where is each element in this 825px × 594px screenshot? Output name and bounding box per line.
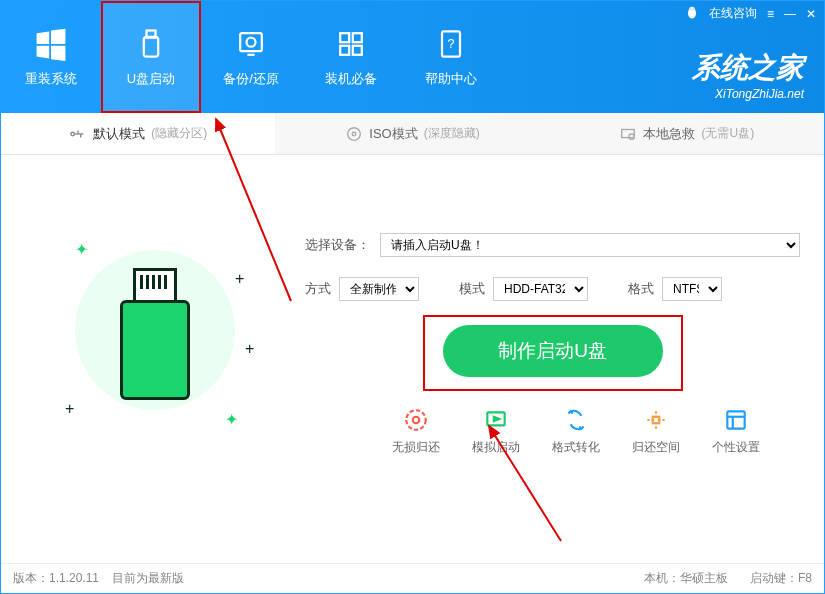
nav-reinstall[interactable]: 重装系统 — [1, 1, 101, 113]
close-icon[interactable]: ✕ — [806, 7, 816, 21]
device-select[interactable]: 请插入启动U盘！ — [380, 233, 800, 257]
windows-icon — [33, 26, 69, 62]
tool-label: 模拟启动 — [472, 439, 520, 456]
tools-row: 无损归还 模拟启动 格式转化 归还空间 个性设置 — [305, 377, 800, 456]
method-select[interactable]: 全新制作 — [339, 277, 419, 301]
svg-point-20 — [352, 132, 356, 136]
app-window: 重装系统 U盘启动 备份/还原 装机必备 ? 帮助中心 — [0, 0, 825, 594]
device-row: 选择设备： 请插入启动U盘！ — [305, 233, 800, 257]
tool-simulate[interactable]: 模拟启动 — [472, 407, 520, 456]
rescue-icon — [619, 125, 637, 143]
nav-help[interactable]: ? 帮助中心 — [401, 1, 501, 113]
tab-hint: (隐藏分区) — [151, 125, 207, 142]
svg-rect-27 — [727, 411, 744, 428]
usb-illustration: ✦ + + + ✦ — [55, 210, 255, 430]
nav-backup[interactable]: 备份/还原 — [201, 1, 301, 113]
svg-point-12 — [689, 7, 695, 13]
penguin-icon — [685, 5, 699, 22]
logo: 系统之家 XiTongZhiJia.net — [692, 49, 804, 101]
status-right: 本机：华硕主板 启动键：F8 — [644, 570, 812, 587]
mode-select[interactable]: HDD-FAT32 — [493, 277, 588, 301]
logo-main: 系统之家 — [692, 49, 804, 87]
tab-label: 本地急救 — [643, 125, 695, 143]
backup-icon — [233, 26, 269, 62]
iso-icon — [345, 125, 363, 143]
tool-label: 无损归还 — [392, 439, 440, 456]
header: 重装系统 U盘启动 备份/还原 装机必备 ? 帮助中心 — [1, 1, 824, 113]
svg-point-23 — [406, 410, 426, 430]
nav-label: 帮助中心 — [425, 70, 477, 88]
svg-point-19 — [348, 127, 361, 140]
tool-label: 归还空间 — [632, 439, 680, 456]
svg-point-14 — [693, 9, 694, 10]
bootkey-text: 启动键：F8 — [750, 570, 812, 587]
svg-text:?: ? — [447, 37, 454, 51]
machine-text: 本机：华硕主板 — [644, 570, 728, 587]
svg-rect-8 — [353, 46, 362, 55]
minimize-icon[interactable]: — — [784, 7, 796, 21]
tool-convert[interactable]: 格式转化 — [552, 407, 600, 456]
mode-tabs: 默认模式 (隐藏分区) ISO模式 (深度隐藏) 本地急救 (无需U盘) — [1, 113, 824, 155]
svg-point-3 — [247, 38, 256, 47]
statusbar: 版本：1.1.20.11 目前为最新版 本机：华硕主板 启动键：F8 — [1, 563, 824, 593]
nav-label: U盘启动 — [127, 70, 175, 88]
tool-label: 个性设置 — [712, 439, 760, 456]
tab-hint: (深度隐藏) — [424, 125, 480, 142]
update-status: 目前为最新版 — [112, 571, 184, 585]
space-icon — [643, 407, 669, 433]
restore-icon — [403, 407, 429, 433]
svg-rect-1 — [147, 31, 156, 38]
options-row: 方式 全新制作 模式 HDD-FAT32 格式 NTFS — [305, 277, 800, 301]
svg-rect-7 — [340, 46, 349, 55]
logo-sub: XiTongZhiJia.net — [692, 87, 804, 101]
mode-label: 模式 — [459, 280, 485, 298]
content: ✦ + + + ✦ 选择设备： 请插入启动U盘！ 方式 全新制作 — [1, 155, 824, 466]
nav-label: 备份/还原 — [223, 70, 279, 88]
svg-point-22 — [629, 134, 634, 139]
usb-small-icon — [69, 125, 87, 143]
svg-point-24 — [413, 417, 420, 424]
consult-link[interactable]: 在线咨询 — [709, 5, 757, 22]
menu-icon[interactable]: ≡ — [767, 7, 774, 21]
svg-point-13 — [690, 9, 691, 10]
tool-restore[interactable]: 无损归还 — [392, 407, 440, 456]
nav-label: 重装系统 — [25, 70, 77, 88]
svg-rect-6 — [353, 33, 362, 42]
device-label: 选择设备： — [305, 236, 370, 254]
grid-icon — [333, 26, 369, 62]
tab-label: ISO模式 — [369, 125, 417, 143]
nav-label: 装机必备 — [325, 70, 377, 88]
format-select[interactable]: NTFS — [662, 277, 722, 301]
illustration-panel: ✦ + + + ✦ — [25, 183, 285, 456]
format-label: 格式 — [628, 280, 654, 298]
usb-icon — [133, 26, 169, 62]
action-row: 制作启动U盘 — [305, 325, 800, 377]
svg-rect-0 — [144, 37, 158, 57]
method-label: 方式 — [305, 280, 331, 298]
custom-icon — [723, 407, 749, 433]
simulate-icon — [483, 407, 509, 433]
help-icon: ? — [433, 26, 469, 62]
svg-point-15 — [71, 132, 75, 136]
tool-space[interactable]: 归还空间 — [632, 407, 680, 456]
tab-default-mode[interactable]: 默认模式 (隐藏分区) — [1, 113, 275, 154]
convert-icon — [563, 407, 589, 433]
window-controls: 在线咨询 ≡ — ✕ — [685, 5, 816, 22]
svg-rect-2 — [240, 33, 262, 51]
form-panel: 选择设备： 请插入启动U盘！ 方式 全新制作 模式 HDD-FAT32 — [285, 183, 800, 456]
tool-custom[interactable]: 个性设置 — [712, 407, 760, 456]
nav-usb-boot[interactable]: U盘启动 — [101, 1, 201, 113]
svg-rect-26 — [653, 417, 660, 424]
version-text: 版本：1.1.20.11 — [13, 571, 99, 585]
svg-rect-5 — [340, 33, 349, 42]
tab-label: 默认模式 — [93, 125, 145, 143]
create-boot-usb-button[interactable]: 制作启动U盘 — [443, 325, 663, 377]
tab-iso-mode[interactable]: ISO模式 (深度隐藏) — [275, 113, 549, 154]
tab-local-rescue[interactable]: 本地急救 (无需U盘) — [550, 113, 824, 154]
status-left: 版本：1.1.20.11 目前为最新版 — [13, 570, 184, 587]
nav-essentials[interactable]: 装机必备 — [301, 1, 401, 113]
tool-label: 格式转化 — [552, 439, 600, 456]
tab-hint: (无需U盘) — [701, 125, 754, 142]
